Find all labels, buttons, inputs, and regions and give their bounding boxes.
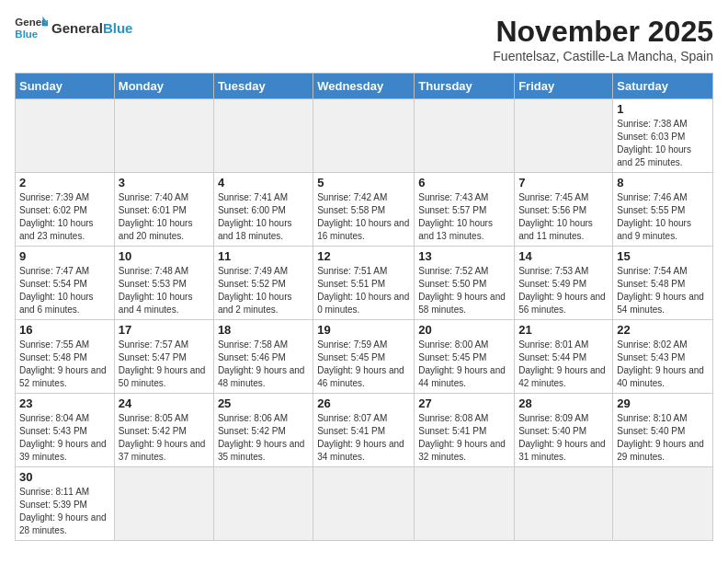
day-info: Sunrise: 8:09 AM Sunset: 5:40 PM Dayligh… [518, 412, 609, 464]
day-info: Sunrise: 7:57 AM Sunset: 5:47 PM Dayligh… [119, 339, 210, 390]
day-info: Sunrise: 7:43 AM Sunset: 5:57 PM Dayligh… [418, 191, 510, 243]
day-info: Sunrise: 8:00 AM Sunset: 5:45 PM Dayligh… [418, 339, 510, 390]
day-info: Sunrise: 7:45 AM Sunset: 5:56 PM Dayligh… [518, 191, 609, 243]
calendar-cell: 12Sunrise: 7:51 AM Sunset: 5:51 PM Dayli… [313, 247, 415, 320]
day-info: Sunrise: 7:55 AM Sunset: 5:48 PM Dayligh… [19, 339, 110, 390]
day-info: Sunrise: 7:58 AM Sunset: 5:46 PM Dayligh… [218, 339, 309, 390]
calendar-cell [114, 467, 213, 541]
day-number: 15 [617, 249, 709, 263]
day-info: Sunrise: 7:48 AM Sunset: 5:53 PM Dayligh… [119, 265, 210, 316]
day-info: Sunrise: 7:39 AM Sunset: 6:02 PM Dayligh… [19, 191, 110, 243]
day-of-week-wednesday: Wednesday [313, 74, 415, 99]
calendar-cell: 24Sunrise: 8:05 AM Sunset: 5:42 PM Dayli… [114, 394, 213, 467]
day-number: 18 [218, 323, 309, 337]
calendar-cell: 25Sunrise: 8:06 AM Sunset: 5:42 PM Dayli… [213, 394, 313, 467]
logo-text: GeneralBlue [51, 20, 132, 37]
day-info: Sunrise: 7:53 AM Sunset: 5:49 PM Dayligh… [518, 265, 609, 316]
calendar-cell: 22Sunrise: 8:02 AM Sunset: 5:43 PM Dayli… [613, 320, 713, 394]
day-number: 26 [317, 396, 410, 410]
calendar-cell: 19Sunrise: 7:59 AM Sunset: 5:45 PM Dayli… [313, 320, 415, 394]
day-number: 7 [518, 176, 609, 190]
day-number: 16 [19, 323, 110, 337]
calendar-cell: 6Sunrise: 7:43 AM Sunset: 5:57 PM Daylig… [415, 173, 515, 247]
calendar-cell: 17Sunrise: 7:57 AM Sunset: 5:47 PM Dayli… [114, 320, 213, 394]
calendar-cell: 16Sunrise: 7:55 AM Sunset: 5:48 PM Dayli… [16, 320, 115, 394]
day-number: 23 [19, 396, 110, 410]
day-number: 2 [19, 176, 110, 190]
calendar-cell [415, 467, 515, 541]
calendar-cell [613, 467, 713, 541]
day-info: Sunrise: 8:10 AM Sunset: 5:40 PM Dayligh… [617, 412, 709, 464]
day-number: 28 [518, 396, 609, 410]
day-info: Sunrise: 7:40 AM Sunset: 6:01 PM Dayligh… [119, 191, 210, 243]
calendar-cell [114, 99, 213, 173]
day-number: 27 [418, 396, 510, 410]
calendar-cell [213, 99, 313, 173]
day-info: Sunrise: 7:52 AM Sunset: 5:50 PM Dayligh… [418, 265, 510, 316]
calendar-cell: 8Sunrise: 7:46 AM Sunset: 5:55 PM Daylig… [613, 173, 713, 247]
day-info: Sunrise: 7:46 AM Sunset: 5:55 PM Dayligh… [617, 191, 709, 243]
calendar-cell: 21Sunrise: 8:01 AM Sunset: 5:44 PM Dayli… [515, 320, 613, 394]
day-info: Sunrise: 7:49 AM Sunset: 5:52 PM Dayligh… [218, 265, 309, 316]
day-info: Sunrise: 7:42 AM Sunset: 5:58 PM Dayligh… [317, 191, 410, 243]
calendar-cell [16, 99, 115, 173]
day-number: 12 [317, 249, 410, 263]
day-info: Sunrise: 8:08 AM Sunset: 5:41 PM Dayligh… [418, 412, 510, 464]
day-number: 1 [617, 102, 709, 116]
day-of-week-saturday: Saturday [613, 74, 713, 99]
day-number: 9 [19, 249, 110, 263]
day-number: 5 [317, 176, 410, 190]
day-number: 8 [617, 176, 709, 190]
calendar-cell [515, 99, 613, 173]
day-number: 24 [119, 396, 210, 410]
calendar-cell: 7Sunrise: 7:45 AM Sunset: 5:56 PM Daylig… [515, 173, 613, 247]
day-info: Sunrise: 7:38 AM Sunset: 6:03 PM Dayligh… [617, 118, 709, 169]
calendar: SundayMondayTuesdayWednesdayThursdayFrid… [15, 73, 713, 541]
calendar-cell [313, 467, 415, 541]
day-number: 30 [19, 470, 110, 484]
calendar-cell [213, 467, 313, 541]
calendar-cell: 4Sunrise: 7:41 AM Sunset: 6:00 PM Daylig… [213, 173, 313, 247]
calendar-cell: 11Sunrise: 7:49 AM Sunset: 5:52 PM Dayli… [213, 247, 313, 320]
month-title: November 2025 [493, 15, 713, 49]
day-info: Sunrise: 8:02 AM Sunset: 5:43 PM Dayligh… [617, 339, 709, 390]
calendar-cell: 14Sunrise: 7:53 AM Sunset: 5:49 PM Dayli… [515, 247, 613, 320]
calendar-cell: 15Sunrise: 7:54 AM Sunset: 5:48 PM Dayli… [613, 247, 713, 320]
day-of-week-monday: Monday [114, 74, 213, 99]
calendar-cell: 9Sunrise: 7:47 AM Sunset: 5:54 PM Daylig… [16, 247, 115, 320]
day-info: Sunrise: 8:04 AM Sunset: 5:43 PM Dayligh… [19, 412, 110, 464]
day-info: Sunrise: 8:05 AM Sunset: 5:42 PM Dayligh… [119, 412, 210, 464]
day-number: 4 [218, 176, 309, 190]
day-info: Sunrise: 7:47 AM Sunset: 5:54 PM Dayligh… [19, 265, 110, 316]
calendar-cell: 26Sunrise: 8:07 AM Sunset: 5:41 PM Dayli… [313, 394, 415, 467]
calendar-cell: 5Sunrise: 7:42 AM Sunset: 5:58 PM Daylig… [313, 173, 415, 247]
calendar-cell: 13Sunrise: 7:52 AM Sunset: 5:50 PM Dayli… [415, 247, 515, 320]
calendar-cell: 20Sunrise: 8:00 AM Sunset: 5:45 PM Dayli… [415, 320, 515, 394]
day-info: Sunrise: 7:41 AM Sunset: 6:00 PM Dayligh… [218, 191, 309, 243]
calendar-cell: 1Sunrise: 7:38 AM Sunset: 6:03 PM Daylig… [613, 99, 713, 173]
calendar-cell: 23Sunrise: 8:04 AM Sunset: 5:43 PM Dayli… [16, 394, 115, 467]
calendar-cell: 3Sunrise: 7:40 AM Sunset: 6:01 PM Daylig… [114, 173, 213, 247]
day-number: 20 [418, 323, 510, 337]
day-number: 11 [218, 249, 309, 263]
day-of-week-tuesday: Tuesday [213, 74, 313, 99]
day-number: 3 [119, 176, 210, 190]
day-number: 6 [418, 176, 510, 190]
calendar-cell: 30Sunrise: 8:11 AM Sunset: 5:39 PM Dayli… [16, 467, 115, 541]
day-number: 14 [518, 249, 609, 263]
day-number: 10 [119, 249, 210, 263]
location-title: Fuentelsaz, Castille-La Mancha, Spain [493, 49, 713, 63]
day-of-week-sunday: Sunday [16, 74, 115, 99]
svg-rect-3 [42, 23, 47, 27]
day-number: 29 [617, 396, 709, 410]
day-info: Sunrise: 7:59 AM Sunset: 5:45 PM Dayligh… [317, 339, 410, 390]
day-info: Sunrise: 7:54 AM Sunset: 5:48 PM Dayligh… [617, 265, 709, 316]
calendar-cell [313, 99, 415, 173]
calendar-cell [515, 467, 613, 541]
day-number: 17 [119, 323, 210, 337]
calendar-cell: 27Sunrise: 8:08 AM Sunset: 5:41 PM Dayli… [415, 394, 515, 467]
calendar-cell: 29Sunrise: 8:10 AM Sunset: 5:40 PM Dayli… [613, 394, 713, 467]
day-info: Sunrise: 8:06 AM Sunset: 5:42 PM Dayligh… [218, 412, 309, 464]
svg-text:Blue: Blue [15, 29, 38, 40]
day-info: Sunrise: 7:51 AM Sunset: 5:51 PM Dayligh… [317, 265, 410, 316]
